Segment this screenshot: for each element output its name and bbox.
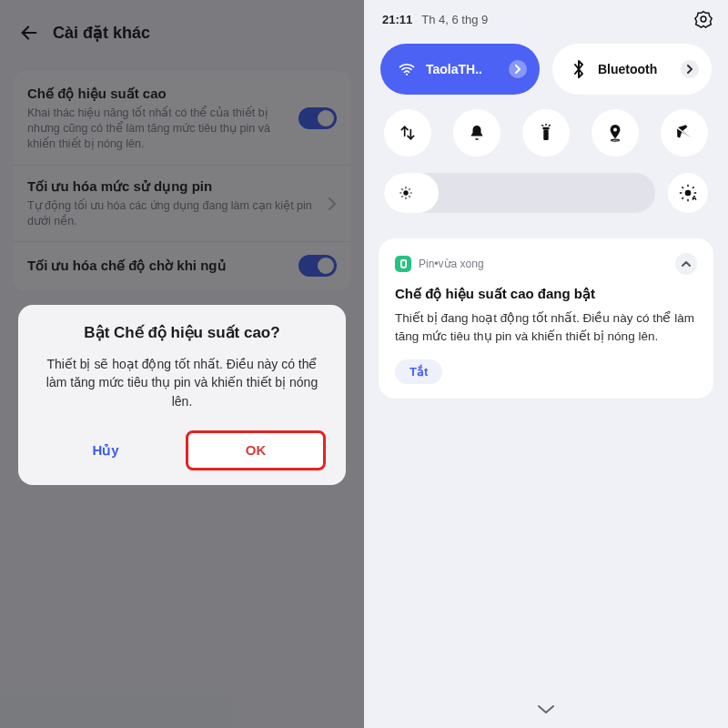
brightness-slider[interactable] [384, 173, 655, 213]
qs-toggle-dnd[interactable] [453, 109, 500, 157]
status-time: 21:11 [382, 13, 412, 26]
chevron-right-icon[interactable] [681, 60, 699, 78]
quick-settings-panel: 21:11 Th 4, 6 thg 9 TaolaTH.. Bluetooth [364, 0, 728, 728]
brightness-low-icon [399, 186, 413, 200]
qs-tile-label: TaolaTH.. [426, 62, 509, 76]
dialog-title: Bật Chế độ hiệu suất cao? [38, 323, 326, 342]
svg-line-17 [409, 196, 410, 197]
svg-line-19 [409, 188, 410, 189]
svg-point-20 [685, 190, 692, 197]
bluetooth-icon [569, 60, 589, 78]
dialog-buttons: Hủy OK [38, 430, 326, 470]
svg-line-25 [682, 187, 683, 188]
chevron-right-icon[interactable] [509, 60, 527, 78]
notification-title: Chế độ hiệu suất cao đang bật [395, 286, 697, 302]
auto-brightness-button[interactable]: A [668, 173, 708, 213]
notification-action-off[interactable]: Tắt [395, 359, 442, 384]
svg-rect-5 [542, 127, 549, 130]
status-bar: 21:11 Th 4, 6 thg 9 [364, 0, 728, 35]
svg-point-2 [701, 16, 706, 22]
status-date: Th 4, 6 thg 9 [421, 13, 693, 26]
svg-line-7 [542, 125, 543, 126]
notification-card[interactable]: Pin • vừa xong Chế độ hiệu suất cao đang… [379, 238, 713, 399]
svg-point-3 [406, 74, 408, 76]
settings-gear-icon[interactable] [693, 9, 713, 29]
qs-tile-bluetooth[interactable]: Bluetooth [552, 44, 712, 95]
qs-toggle-airplane[interactable] [661, 109, 708, 157]
qs-toggle-flashlight[interactable] [522, 109, 570, 157]
qs-tile-label: Bluetooth [598, 62, 681, 76]
svg-line-18 [401, 196, 402, 197]
svg-line-27 [682, 197, 683, 199]
notification-body: Thiết bị đang hoạt động tốt nhất. Điều n… [395, 309, 697, 347]
svg-line-8 [549, 125, 550, 126]
qs-tile-wifi[interactable]: TaolaTH.. [380, 44, 540, 95]
svg-point-10 [612, 139, 620, 141]
qs-round-row [364, 95, 728, 160]
qs-toggle-data[interactable] [384, 109, 431, 157]
svg-point-9 [613, 127, 617, 131]
shade-expand-handle[interactable] [364, 693, 728, 728]
brightness-row: A [364, 160, 728, 220]
svg-marker-1 [695, 12, 712, 28]
cancel-button[interactable]: Hủy [38, 430, 173, 470]
notification-header: Pin • vừa xong [395, 253, 697, 275]
collapse-icon[interactable] [675, 253, 697, 275]
svg-line-28 [693, 187, 694, 188]
battery-app-icon [395, 256, 411, 272]
svg-text:A: A [692, 194, 697, 202]
svg-point-11 [403, 190, 408, 195]
dialog-body: Thiết bị sẽ hoạt động tốt nhất. Điều này… [40, 355, 324, 410]
confirm-dialog: Bật Chế độ hiệu suất cao? Thiết bị sẽ ho… [18, 305, 346, 485]
svg-line-16 [401, 188, 402, 189]
settings-screen: Cài đặt khác Chế độ hiệu suất cao Khai t… [0, 0, 364, 728]
notification-app: Pin [419, 258, 434, 270]
svg-rect-4 [543, 129, 548, 140]
wifi-icon [397, 60, 417, 78]
ok-button[interactable]: OK [186, 430, 326, 470]
qs-toggle-location[interactable] [592, 109, 639, 157]
qs-tile-row: TaolaTH.. Bluetooth [364, 35, 728, 95]
notification-when: vừa xong [439, 258, 484, 270]
